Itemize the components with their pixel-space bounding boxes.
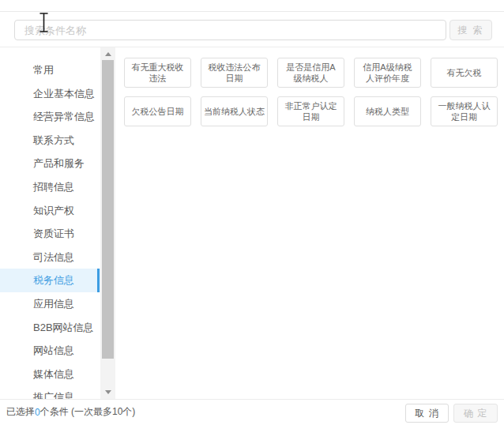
condition-chip-general-taxpayer-date[interactable]: 一般纳税人认 定日期	[431, 96, 498, 126]
scroll-up-arrow-icon[interactable]	[100, 47, 115, 60]
sidebar-item-intellectual-property[interactable]: 知识产权	[0, 199, 100, 223]
condition-chip-major-tax-violation[interactable]: 有无重大税收 违法	[124, 58, 191, 88]
sidebar-item-b2b-website-info[interactable]: B2B网站信息	[0, 316, 100, 340]
condition-chip-tax-violation-publish-date[interactable]: 税收违法公布 日期	[201, 58, 268, 88]
sidebar-item-judicial-info[interactable]: 司法信息	[0, 246, 100, 269]
summary-suffix: 个条件 (一次最多10个)	[40, 405, 136, 419]
sidebar-item-company-basic-info[interactable]: 企业基本信息	[0, 82, 100, 106]
category-sidebar: 常用 企业基本信息 经营异常信息 联系方式 产品和服务 招聘信息 知识产权 资质…	[0, 47, 100, 399]
condition-picker-dialog: 搜 索 常用 企业基本信息 经营异常信息 联系方式 产品和服务 招聘信息 知识产…	[0, 0, 504, 425]
sidebar-item-media-info[interactable]: 媒体信息	[0, 363, 100, 386]
ibeam-cursor-icon	[38, 12, 50, 33]
search-button[interactable]: 搜 索	[449, 20, 492, 40]
condition-chip-tax-arrears-notice-date[interactable]: 欠税公告日期	[124, 96, 191, 126]
condition-chip-abnormal-account-date[interactable]: 非正常户认定 日期	[277, 96, 344, 126]
condition-chip-grid: 有无重大税收 违法 税收违法公布 日期 是否是信用A 级纳税人 信用A级纳税 人…	[124, 58, 499, 126]
condition-chip-current-taxpayer-status[interactable]: 当前纳税人状态	[201, 96, 268, 126]
selected-count: 0	[35, 407, 40, 418]
sidebar-item-common[interactable]: 常用	[0, 58, 100, 82]
sidebar-item-contact-info[interactable]: 联系方式	[0, 129, 100, 152]
sidebar-item-products-services[interactable]: 产品和服务	[0, 152, 100, 175]
selected-indicator-bar	[97, 269, 100, 292]
sidebar-item-business-abnormal-info[interactable]: 经营异常信息	[0, 105, 100, 129]
cancel-button[interactable]: 取 消	[405, 404, 449, 423]
sidebar-scrollbar[interactable]	[100, 47, 115, 399]
condition-chip-is-grade-a-taxpayer[interactable]: 是否是信用A 级纳税人	[277, 58, 344, 88]
sidebar-item-label: 税务信息	[33, 274, 74, 286]
sidebar-item-application-info[interactable]: 应用信息	[0, 292, 100, 316]
selection-summary: 已选择0个条件 (一次最多10个)	[6, 399, 135, 425]
scroll-down-arrow-icon[interactable]	[100, 386, 115, 399]
search-input[interactable]	[14, 20, 446, 40]
condition-chip-grade-a-evaluation-year[interactable]: 信用A级纳税 人评价年度	[354, 58, 421, 88]
sidebar-item-promotion-info[interactable]: 推广信息	[0, 386, 100, 399]
top-divider	[0, 11, 504, 12]
condition-chip-has-tax-arrears[interactable]: 有无欠税	[431, 58, 498, 88]
condition-chip-taxpayer-type[interactable]: 纳税人类型	[354, 96, 421, 126]
sidebar-item-recruitment-info[interactable]: 招聘信息	[0, 175, 100, 199]
sidebar-item-tax-info[interactable]: 税务信息	[0, 269, 100, 292]
sidebar-item-qualification-certificates[interactable]: 资质证书	[0, 222, 100, 246]
scrollbar-thumb[interactable]	[102, 60, 114, 359]
sidebar-item-website-info[interactable]: 网站信息	[0, 339, 100, 363]
confirm-button[interactable]: 确 定	[453, 404, 498, 423]
summary-prefix: 已选择	[6, 405, 35, 419]
